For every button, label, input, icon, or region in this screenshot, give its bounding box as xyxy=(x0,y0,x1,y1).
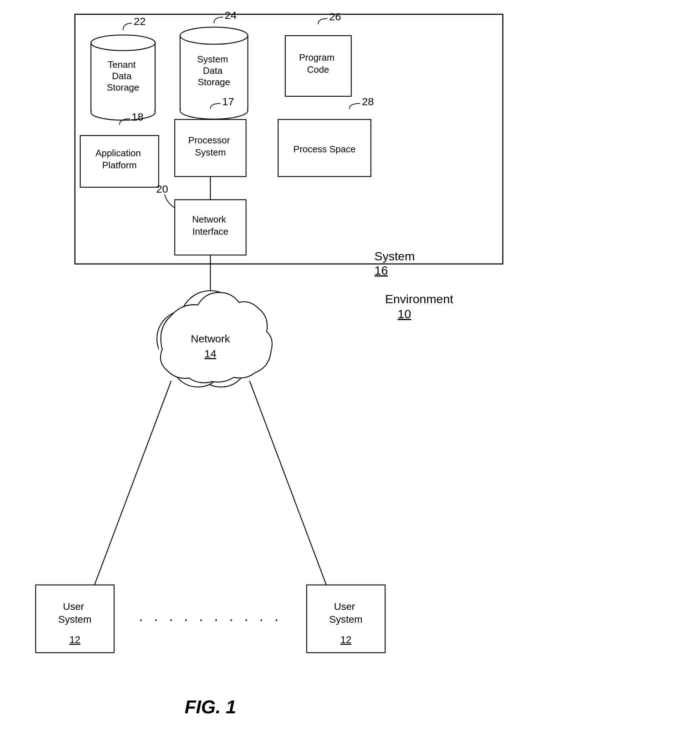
svg-rect-0 xyxy=(92,102,154,112)
user-system-right-ref: 12 xyxy=(340,634,351,645)
ref26-label: 26 xyxy=(329,11,341,23)
svg-rect-1 xyxy=(181,101,247,112)
ref18-label: 18 xyxy=(131,111,143,123)
ref22-label: 22 xyxy=(134,15,145,27)
user-system-left-ref: 12 xyxy=(69,634,80,645)
system-storage-top xyxy=(180,27,248,44)
ellipsis-dots: · · · · · · · · · · xyxy=(139,611,282,627)
system16-ref: 16 xyxy=(374,264,388,277)
ref20-label: 20 xyxy=(156,183,168,195)
environment-ref: 10 xyxy=(397,307,411,321)
figure-label: FIG. 1 xyxy=(185,697,236,717)
tenant-storage-top xyxy=(91,35,155,50)
svg-text:14: 14 xyxy=(204,348,216,359)
network-cloud: Network 14 xyxy=(157,291,272,387)
svg-text:Network: Network xyxy=(191,333,230,344)
ref24-label: 24 xyxy=(225,9,237,21)
process-space-label: Process Space xyxy=(293,144,356,154)
ref28-label: 28 xyxy=(362,96,374,107)
ref17-label: 17 xyxy=(222,96,234,107)
diagram-svg: Tenant Data Storage 22 System Data Stora… xyxy=(0,0,700,749)
environment-label: Environment xyxy=(385,292,453,306)
system16-label: System xyxy=(374,249,415,263)
cloud-to-right-user-line xyxy=(250,381,326,585)
cloud-to-left-user-line xyxy=(95,381,171,585)
